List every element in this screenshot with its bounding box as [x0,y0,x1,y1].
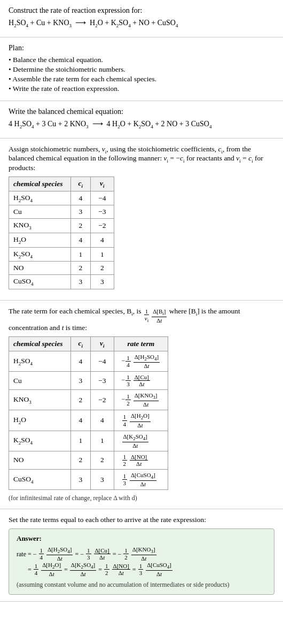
rt-ci-cu: 3 [70,372,91,390]
table-row: H2SO4 4 −4 −14 Δ[H2SO4]Δt [9,351,168,371]
plan-item-4: Write the rate of reaction expression. [9,85,274,93]
ci-cu: 3 [70,205,91,219]
table-row: NO 2 2 12 Δ[NO]Δt [9,451,168,469]
species-kno3: KNO3 [9,219,71,233]
rate-formula-delta-frac: Δ[Bi] Δt [152,308,167,324]
stoichiometric-table: chemical species ci νi H2SO4 4 −4 Cu 3 −… [9,177,114,289]
answer-title: Answer: [17,534,266,543]
rt-ci-h2o: 4 [70,410,91,431]
ci-h2o: 4 [70,233,91,248]
table-row: Cu 3 −3 −13 Δ[Cu]Δt [9,372,168,390]
plan-title: Plan: [9,44,274,52]
rt-ci-no: 2 [70,451,91,469]
balanced-title: Write the balanced chemical equation: [9,108,274,116]
rt-species-kno3: KNO3 [9,390,71,410]
vi-kno3: −2 [91,219,114,233]
table-row: CuSO4 3 3 13 Δ[CuSO4]Δt [9,470,168,490]
header-title: Construct the rate of reaction expressio… [9,6,274,15]
rate-terms-note: (for infinitesimal rate of change, repla… [9,494,274,502]
rt-col-vi: νi [91,337,114,351]
table-row: CuSO4 3 3 [9,275,114,289]
species-cuso4: CuSO4 [9,275,71,289]
rt-col-species: chemical species [9,337,71,351]
rate-terms-section: The rate term for each chemical species,… [0,301,283,509]
plan-item-3: Assemble the rate term for each chemical… [9,75,274,83]
answer-note: (assuming constant volume and no accumul… [17,581,266,589]
rt-col-term: rate term [114,337,168,351]
rt-term-cuso4: 13 Δ[CuSO4]Δt [114,470,168,490]
rt-term-h2so4: −14 Δ[H2SO4]Δt [114,351,168,371]
vi-k2so4: 1 [91,247,114,262]
rt-term-k2so4: Δ[K2SO4]Δt [114,431,168,451]
rt-species-h2o: H2O [9,410,71,431]
answer-section: Set the rate terms equal to each other t… [0,509,283,601]
rt-species-h2so4: H2SO4 [9,351,71,371]
rt-vi-h2o: 4 [91,410,114,431]
header-reaction: H2SO4 + Cu + KNO3 ⟶ H2O + K2SO4 + NO + C… [9,18,274,28]
table-row: KNO3 2 −2 −12 Δ[KNO3]Δt [9,390,168,410]
plan-section: Plan: Balance the chemical equation. Det… [0,37,283,101]
vi-no: 2 [91,262,114,275]
vi-h2so4: −4 [91,191,114,205]
ci-k2so4: 1 [70,247,91,262]
ci-kno3: 2 [70,219,91,233]
table-row: Cu 3 −3 [9,205,114,219]
rt-vi-cuso4: 3 [91,470,114,490]
ci-no: 2 [70,262,91,275]
header-section: Construct the rate of reaction expressio… [0,0,283,37]
species-h2o: H2O [9,233,71,248]
rt-vi-kno3: −2 [91,390,114,410]
table-row: NO 2 2 [9,262,114,275]
col-vi: νi [91,177,114,191]
answer-box: Answer: rate = − 14 Δ[H2SO4]Δt = − 13 Δ[… [9,528,274,594]
rt-species-cuso4: CuSO4 [9,470,71,490]
table-row: H2O 4 4 14 Δ[H2O]Δt [9,410,168,431]
plan-list: Balance the chemical equation. Determine… [9,56,274,93]
species-k2so4: K2SO4 [9,247,71,262]
vi-h2o: 4 [91,233,114,248]
vi-cuso4: 3 [91,275,114,289]
vi-cu: −3 [91,205,114,219]
rt-col-ci: ci [70,337,91,351]
species-no: NO [9,262,71,275]
rt-species-no: NO [9,451,71,469]
stoichiometric-section: Assign stoichiometric numbers, νi, using… [0,139,283,301]
species-cu: Cu [9,205,71,219]
table-row: H2O 4 4 [9,233,114,248]
table-row: K2SO4 1 1 [9,247,114,262]
rt-vi-cu: −3 [91,372,114,390]
species-h2so4: H2SO4 [9,191,71,205]
col-species: chemical species [9,177,71,191]
rt-term-h2o: 14 Δ[H2O]Δt [114,410,168,431]
rt-ci-h2so4: 4 [70,351,91,371]
col-ci: ci [70,177,91,191]
ci-h2so4: 4 [70,191,91,205]
rt-term-cu: −13 Δ[Cu]Δt [114,372,168,390]
rt-term-kno3: −12 Δ[KNO3]Δt [114,390,168,410]
ci-cuso4: 3 [70,275,91,289]
rt-ci-k2so4: 1 [70,431,91,451]
rt-vi-no: 2 [91,451,114,469]
plan-item-1: Balance the chemical equation. [9,56,274,64]
table-row: K2SO4 1 1 Δ[K2SO4]Δt [9,431,168,451]
rate-terms-table: chemical species ci νi rate term H2SO4 4… [9,336,168,490]
rt-ci-kno3: 2 [70,390,91,410]
plan-item-2: Determine the stoichiometric numbers. [9,65,274,74]
rt-species-cu: Cu [9,372,71,390]
answer-rate-expression: rate = − 14 Δ[H2SO4]Δt = − 13 Δ[Cu]Δt = … [17,546,266,577]
balanced-section: Write the balanced chemical equation: 4 … [0,101,283,139]
rt-vi-k2so4: 1 [91,431,114,451]
balanced-equation: 4 H2SO4 + 3 Cu + 2 KNO3 ⟶ 4 H2O + K2SO4 … [9,119,274,129]
rt-vi-h2so4: −4 [91,351,114,371]
table-row: KNO3 2 −2 [9,219,114,233]
rate-terms-intro: The rate term for each chemical species,… [9,307,274,332]
stoichiometric-intro: Assign stoichiometric numbers, νi, using… [9,145,274,172]
rt-term-no: 12 Δ[NO]Δt [114,451,168,469]
table-row: H2SO4 4 −4 [9,191,114,205]
rate-formula-frac: 1 νi [144,308,150,324]
rt-ci-cuso4: 3 [70,470,91,490]
rt-species-k2so4: K2SO4 [9,431,71,451]
answer-label: Set the rate terms equal to each other t… [9,516,274,524]
